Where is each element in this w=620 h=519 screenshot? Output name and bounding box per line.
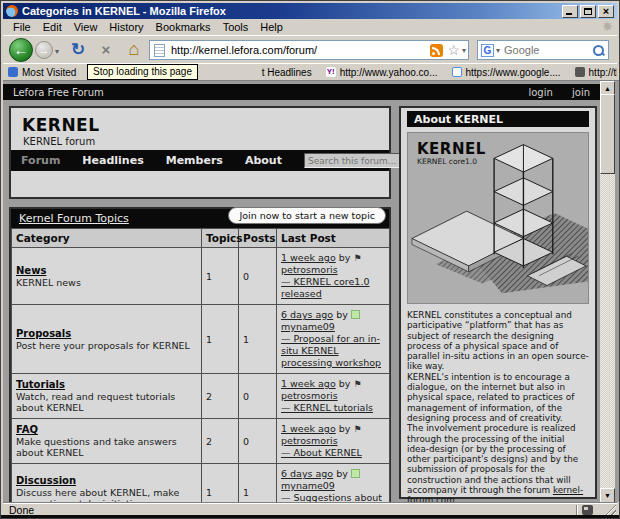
- last-post-topic-link[interactable]: — About KERNEL: [281, 447, 362, 458]
- category-link[interactable]: FAQ: [16, 424, 38, 435]
- menu-bookmarks[interactable]: Bookmarks: [150, 20, 217, 34]
- kernel-logo-subtitle: KERNEL core1.0: [417, 157, 486, 166]
- bookmark-theinstructional[interactable]: http://theinstructiona...: [575, 67, 617, 78]
- category-cell: FAQ Make questions and take answers abou…: [12, 419, 202, 464]
- stop-button[interactable]: [95, 39, 117, 61]
- posts-count: 1: [239, 464, 277, 504]
- menu-view[interactable]: View: [68, 20, 104, 34]
- nav-headlines[interactable]: Headlines: [82, 154, 143, 167]
- last-post-cell: 1 week ago by petrosmoris — KERNEL core1…: [277, 248, 390, 305]
- topics-count: 1: [202, 248, 239, 305]
- search-magnifier-icon[interactable]: [592, 44, 605, 57]
- last-post-topic-link[interactable]: — Proposal for an in-situ KERNEL process…: [281, 333, 381, 368]
- scroll-down-button[interactable]: [600, 488, 615, 503]
- last-post-cell: 1 week ago by petrosmoris — KERNEL tutor…: [277, 374, 390, 419]
- bookmark-yahoo[interactable]: http://www.yahoo.co...: [326, 67, 438, 78]
- reload-button[interactable]: [67, 39, 89, 61]
- topics-header-bar: Kernel Forum Topics Join now to start a …: [11, 209, 389, 228]
- last-post-topic-link[interactable]: — KERNEL core1.0 released: [281, 276, 369, 299]
- col-category: Category: [12, 229, 202, 248]
- table-row: Tutorials Watch, read and request tutori…: [12, 374, 390, 419]
- urlbar-dropdown-icon[interactable]: [462, 46, 466, 55]
- bookmark-label: https://www.google....: [466, 67, 561, 78]
- login-link[interactable]: login: [528, 87, 552, 98]
- lefora-brand[interactable]: Lefora Free Forum: [13, 87, 512, 98]
- bookmark-google[interactable]: https://www.google....: [452, 67, 561, 78]
- last-post-time-link[interactable]: 6 days ago: [281, 468, 333, 479]
- menu-history[interactable]: History: [103, 20, 149, 34]
- vertical-scrollbar[interactable]: [600, 81, 615, 503]
- category-cell: Tutorials Watch, read and request tutori…: [12, 374, 202, 419]
- table-row: Proposals Post here your proposals for K…: [12, 305, 390, 374]
- stop-button-tooltip: Stop loading this page: [87, 64, 198, 80]
- topics-section: Kernel Forum Topics Join now to start a …: [9, 207, 391, 503]
- category-description: KERNEL news: [16, 277, 197, 288]
- search-engine-dropdown-icon[interactable]: [496, 46, 500, 55]
- about-paragraph-2: KERNEL's intention is to encourage a dia…: [407, 372, 589, 423]
- forum-search-input[interactable]: [304, 153, 404, 168]
- join-new-topic-button[interactable]: Join now to start a new topic: [228, 207, 386, 224]
- back-button[interactable]: [9, 38, 33, 62]
- main-column: KERNEL KERNEL forum Forum Headlines Memb…: [9, 106, 391, 503]
- menu-help[interactable]: Help: [254, 20, 289, 34]
- search-bar: [477, 40, 609, 60]
- posts-count: 0: [239, 419, 277, 464]
- about-text: KERNEL constitutes a conceptual and part…: [407, 310, 589, 503]
- category-link[interactable]: Tutorials: [16, 379, 65, 390]
- window-title: Categories in KERNEL - Mozilla Firefox: [22, 5, 562, 17]
- about-heading: About KERNEL: [407, 111, 589, 127]
- kernel-structure-image: KERNEL KERNEL core1.0: [407, 132, 589, 304]
- minimize-button[interactable]: [562, 5, 578, 18]
- titlebar: Categories in KERNEL - Mozilla Firefox: [3, 3, 617, 19]
- menu-edit[interactable]: Edit: [37, 20, 68, 34]
- status-plugin-icon: [582, 505, 593, 515]
- category-link[interactable]: News: [16, 265, 46, 276]
- topics-heading-link[interactable]: Kernel Forum Topics: [19, 212, 129, 225]
- home-button[interactable]: [123, 38, 145, 62]
- category-cell: Proposals Post here your proposals for K…: [12, 305, 202, 374]
- bookmark-star-icon[interactable]: [447, 44, 460, 57]
- nav-about[interactable]: About: [245, 154, 282, 167]
- forum-nav: Forum Headlines Members About Go: [11, 150, 389, 171]
- menu-file[interactable]: File: [7, 20, 37, 34]
- history-dropdown-icon[interactable]: [55, 47, 59, 56]
- yahoo-icon: [326, 67, 336, 77]
- close-button[interactable]: [598, 5, 614, 18]
- last-post-author-link[interactable]: myname09: [281, 321, 335, 332]
- topics-count: 2: [202, 419, 239, 464]
- close-icon: [603, 7, 609, 17]
- bookmark-label: t Headlines: [262, 67, 312, 78]
- by-label: by: [339, 252, 351, 263]
- scrollbar-thumb[interactable]: [600, 94, 615, 174]
- nav-forum[interactable]: Forum: [21, 154, 60, 167]
- taskbar-edge: [1, 515, 619, 518]
- last-post-author-link[interactable]: myname09: [281, 480, 335, 491]
- maximize-button[interactable]: [580, 5, 596, 18]
- google-icon: [452, 67, 462, 77]
- category-link[interactable]: Discussion: [16, 475, 76, 486]
- last-post-time-link[interactable]: 6 days ago: [281, 309, 333, 320]
- forward-button[interactable]: [35, 41, 53, 59]
- menu-tools[interactable]: Tools: [217, 20, 255, 34]
- rss-feed-icon[interactable]: [430, 44, 443, 57]
- last-post-author-link[interactable]: petrosmoris: [281, 390, 338, 401]
- last-post-time-link[interactable]: 1 week ago: [281, 378, 336, 389]
- url-input[interactable]: [169, 43, 430, 57]
- about-paragraph-3: The involvement procedure is realized th…: [407, 423, 589, 503]
- bookmark-most-visited[interactable]: Most Visited: [8, 67, 76, 78]
- join-link[interactable]: join: [572, 87, 590, 98]
- category-link[interactable]: Proposals: [16, 328, 71, 339]
- flag-icon: [353, 253, 361, 263]
- last-post-topic-link[interactable]: — KERNEL tutorials: [281, 402, 373, 413]
- bookmark-latest-headlines[interactable]: t Headlines: [262, 67, 312, 78]
- posts-count: 1: [239, 305, 277, 374]
- web-search-input[interactable]: [502, 43, 592, 57]
- nav-members[interactable]: Members: [166, 154, 223, 167]
- last-post-author-link[interactable]: petrosmoris: [281, 435, 338, 446]
- last-post-time-link[interactable]: 1 week ago: [281, 423, 336, 434]
- about-sidebar: About KERNEL KERNEL KERNEL core1.0: [399, 106, 597, 499]
- last-post-cell: 6 days ago by myname09 — Suggestions abo…: [277, 464, 390, 504]
- last-post-time-link[interactable]: 1 week ago: [281, 252, 336, 263]
- last-post-author-link[interactable]: petrosmoris: [281, 264, 338, 275]
- col-lastpost: Last Post: [277, 229, 390, 248]
